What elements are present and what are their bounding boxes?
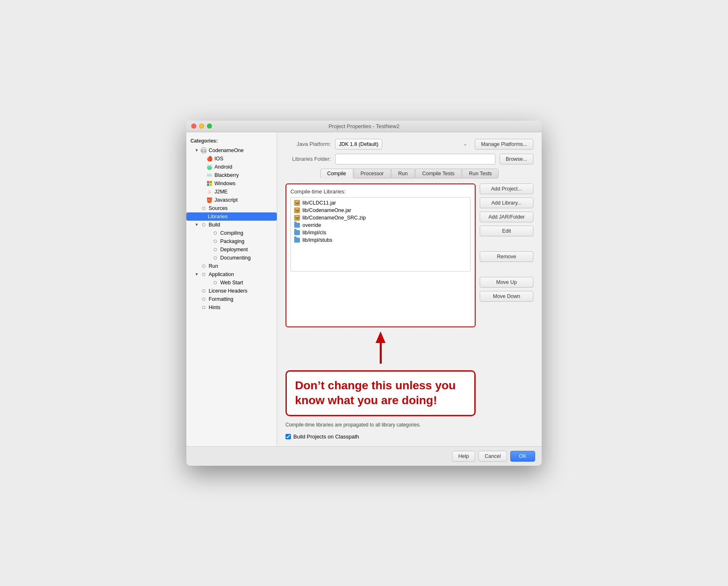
lib-name-codenameone: lib/CodenameOne.jar (302, 207, 351, 213)
hints-label: Hints (209, 305, 220, 310)
tab-run-tests[interactable]: Run Tests (462, 169, 499, 179)
toggle-application: ▼ (195, 272, 200, 276)
libs-list[interactable]: 📦 lib/CLDC11.jar 📦 lib/CodenameOne.jar 📦 (290, 197, 471, 272)
add-project-button[interactable]: Add Project... (480, 183, 533, 194)
add-library-button[interactable]: Add Library... (480, 198, 533, 208)
sidebar-item-sources[interactable]: Sources (186, 204, 277, 212)
add-jar-folder-button[interactable]: Add JAR/Folder (480, 212, 533, 222)
ok-button[interactable]: OK (510, 451, 535, 462)
folder-icon-cls (294, 230, 300, 235)
lib-item-override[interactable]: override (291, 222, 470, 229)
jar-icon-codenameone: 📦 (294, 207, 300, 213)
lib-name-src: lib/CodenameOne_SRC.zip (302, 215, 366, 221)
svg-rect-10 (207, 183, 209, 186)
sidebar: Categories: ▼ C1 CodenameOne 🍎 IOS (186, 132, 277, 446)
maximize-button[interactable] (207, 124, 212, 129)
documenting-icon (212, 255, 219, 261)
run-label: Run (209, 263, 218, 269)
formatting-label: Formatting (209, 296, 233, 302)
sidebar-item-formatting[interactable]: Formatting (186, 295, 277, 303)
sidebar-item-android[interactable]: Android (186, 163, 277, 171)
tab-processor[interactable]: Processor (354, 169, 391, 179)
documenting-label: Documenting (220, 255, 251, 261)
bottom-buttons: Help Cancel OK (186, 446, 542, 466)
lib-item-codenamone[interactable]: 📦 lib/CodenameOne.jar (291, 207, 470, 214)
run-icon (200, 263, 207, 269)
lib-item-cldc[interactable]: 📦 lib/CLDC11.jar (291, 199, 470, 207)
java-platform-row: Java Platform: JDK 1.8 (Default) Manage … (285, 139, 533, 150)
arrow-shaft (380, 343, 382, 364)
traffic-lights (191, 124, 212, 129)
edit-button[interactable]: Edit (480, 226, 533, 236)
svg-point-7 (210, 167, 211, 167)
toggle-codenameone: ▼ (195, 148, 200, 152)
compiling-icon (212, 230, 219, 236)
svg-rect-11 (210, 183, 212, 186)
sidebar-item-documenting[interactable]: Documenting (186, 254, 277, 262)
compiling-label: Compiling (220, 230, 243, 236)
toggle-build: ▼ (195, 222, 200, 227)
lib-item-stubs[interactable]: lib/impl/stubs (291, 236, 470, 244)
libraries-folder-input[interactable] (335, 154, 495, 164)
window-title: Project Properties - TestNew2 (328, 123, 400, 129)
build-label: Build (209, 222, 220, 228)
svg-text:C1: C1 (201, 149, 206, 153)
packaging-icon (212, 238, 219, 245)
bb-icon: ⌨️ (206, 172, 213, 179)
close-button[interactable] (191, 124, 196, 129)
java-platform-select[interactable]: JDK 1.8 (Default) (335, 139, 382, 150)
sources-icon (200, 205, 207, 212)
checkbox-row: Build Projects on Classpath (285, 434, 533, 440)
codenameone-icon: C1 (200, 147, 207, 154)
browse-button[interactable]: Browse... (500, 154, 533, 164)
deployment-icon (212, 246, 219, 253)
sidebar-item-windows[interactable]: Windows (186, 179, 277, 188)
win-icon (206, 180, 213, 187)
move-down-button[interactable]: Move Down (480, 291, 533, 302)
sidebar-item-license[interactable]: License Headers (186, 287, 277, 295)
sidebar-item-javascript[interactable]: 5 Javascript (186, 196, 277, 204)
lib-name-override: override (302, 222, 321, 228)
sidebar-item-build[interactable]: ▼ Build (186, 221, 277, 229)
sidebar-item-j2me[interactable]: ♨ J2ME (186, 188, 277, 196)
packaging-label: Packaging (220, 238, 244, 244)
remove-button[interactable]: Remove (480, 251, 533, 262)
sidebar-item-blackberry[interactable]: ⌨️ Blackberry (186, 171, 277, 179)
sidebar-item-run[interactable]: Run (186, 262, 277, 270)
js-label: Javascript (214, 197, 238, 203)
codenameone-label: CodenameOne (209, 148, 244, 153)
cancel-button[interactable]: Cancel (478, 451, 507, 462)
footer-text: Compile-time libraries are propagated to… (285, 422, 421, 428)
lib-name-cls: lib/impl/cls (302, 230, 326, 236)
lib-item-cls[interactable]: lib/impl/cls (291, 229, 470, 236)
sidebar-item-webstart[interactable]: Web Start (186, 279, 277, 287)
tabs-bar: Compile Processor Run Compile Tests Run … (285, 169, 533, 179)
help-button[interactable]: Help (452, 451, 475, 462)
sidebar-item-deployment[interactable]: Deployment (186, 245, 277, 254)
callout-box: Don’t change this unless you know what y… (285, 370, 476, 416)
manage-platforms-button[interactable]: Manage Platforms... (475, 139, 533, 150)
svg-line-4 (208, 165, 208, 166)
sidebar-item-ios[interactable]: 🍎 IOS (186, 155, 277, 163)
hints-icon (200, 304, 207, 311)
tab-compile[interactable]: Compile (320, 169, 353, 179)
sidebar-item-libraries[interactable]: Libraries (186, 212, 277, 221)
tab-run[interactable]: Run (391, 169, 415, 179)
build-icon (200, 222, 207, 228)
lib-item-src[interactable]: 📦 lib/CodenameOne_SRC.zip (291, 214, 470, 222)
move-up-button[interactable]: Move Up (480, 277, 533, 288)
sidebar-item-hints[interactable]: Hints (186, 303, 277, 312)
build-projects-checkbox[interactable] (285, 434, 291, 439)
application-icon (200, 271, 207, 278)
main-panel: Java Platform: JDK 1.8 (Default) Manage … (277, 132, 542, 446)
libraries-folder-label: Libraries Folder: (285, 156, 331, 162)
categories-label: Categories: (186, 136, 277, 146)
sidebar-item-codenameone[interactable]: ▼ C1 CodenameOne (186, 146, 277, 155)
sidebar-item-compiling[interactable]: Compiling (186, 229, 277, 237)
jar-icon-cldc: 📦 (294, 200, 300, 206)
sidebar-item-application[interactable]: ▼ Application (186, 270, 277, 279)
minimize-button[interactable] (199, 124, 204, 129)
tab-compile-tests[interactable]: Compile Tests (415, 169, 462, 179)
sidebar-item-packaging[interactable]: Packaging (186, 237, 277, 245)
libs-container: Compile-time Libraries: 📦 lib/CLDC11.jar… (285, 183, 476, 327)
